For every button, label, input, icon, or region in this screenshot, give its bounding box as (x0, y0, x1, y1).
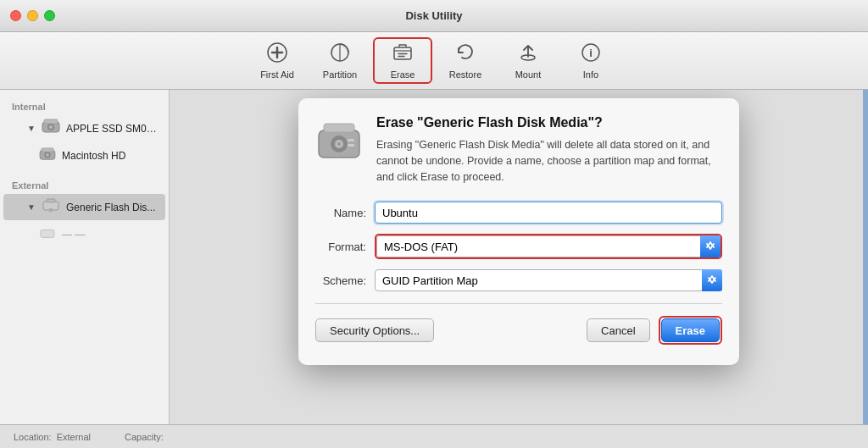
toolbar-restore[interactable]: Restore (436, 37, 495, 84)
usb-icon (42, 197, 60, 217)
toolbar: First Aid Partition Erase (0, 32, 868, 90)
capacity-label: Capacity: (125, 432, 164, 442)
svg-rect-19 (44, 119, 58, 124)
dialog-title-area: Erase "Generic Flash Disk Media"? Erasin… (376, 115, 722, 185)
toolbar-partition[interactable]: Partition (310, 37, 370, 84)
maximize-button[interactable] (44, 10, 55, 21)
dialog-overlay: Erase "Generic Flash Disk Media"? Erasin… (170, 90, 868, 424)
erase-button-wrapper: Erase (659, 316, 722, 345)
hdd-icon (42, 119, 60, 138)
svg-point-31 (337, 142, 341, 146)
main-area: Internal ▼ APPLE SSD SM02... (0, 90, 868, 424)
svg-rect-32 (324, 124, 354, 132)
toolbar-erase[interactable]: Erase (373, 37, 432, 84)
cancel-button[interactable]: Cancel (587, 318, 649, 342)
sidebar-item-macintosh-hd[interactable]: Macintosh HD (3, 142, 165, 169)
name-label: Name: (315, 207, 375, 219)
toolbar-first-aid[interactable]: First Aid (248, 37, 307, 84)
restore-label: Restore (449, 69, 482, 80)
security-options-button[interactable]: Security Options... (315, 318, 434, 342)
name-input[interactable] (375, 202, 722, 224)
minimize-button[interactable] (27, 10, 38, 21)
macintosh-hd-label: Macintosh HD (62, 150, 157, 162)
close-button[interactable] (10, 10, 21, 21)
footer-capacity: Capacity: (125, 432, 164, 442)
erase-icon (392, 41, 414, 67)
erase-button[interactable]: Erase (661, 318, 720, 342)
scheme-label: Scheme: (315, 274, 375, 287)
footer-bar: Location: External Capacity: (0, 424, 868, 448)
scheme-select[interactable]: GUID Partition Map Master Boot Record Ap… (375, 269, 722, 291)
erase-dialog: Erase "Generic Flash Disk Media"? Erasin… (298, 98, 739, 365)
location-value: External (57, 432, 91, 442)
format-label: Format: (315, 241, 375, 253)
dialog-description: Erasing "Generic Flash Disk Media" will … (376, 137, 722, 185)
svg-rect-34 (348, 144, 354, 147)
footer-location: Location: External (14, 432, 91, 442)
sidebar-section-internal: Internal (0, 97, 169, 114)
sidebar-section-external: External (0, 175, 169, 193)
generic-flash-label: Generic Flash Dis... (66, 202, 157, 213)
content-area: APPUALS (170, 90, 868, 424)
dialog-header: Erase "Generic Flash Disk Media"? Erasin… (298, 98, 739, 193)
hdd-sub-icon (39, 146, 56, 165)
titlebar: Disk Utility (0, 0, 868, 32)
mount-label: Mount (515, 69, 542, 80)
name-row: Name: (315, 202, 722, 224)
sidebar-item-flash-sub[interactable]: — — (3, 221, 165, 247)
dialog-footer: Security Options... Cancel Erase (315, 316, 722, 348)
toolbar-info[interactable]: i Info (561, 37, 620, 84)
partition-label: Partition (323, 69, 357, 80)
svg-point-22 (46, 153, 49, 157)
expand-icon2: ▼ (27, 202, 36, 212)
svg-point-18 (49, 125, 53, 129)
window-title: Disk Utility (405, 9, 462, 22)
svg-rect-27 (41, 230, 54, 237)
scheme-row: Scheme: GUID Partition Map Master Boot R… (315, 269, 722, 291)
toolbar-mount[interactable]: Mount (498, 37, 558, 84)
expand-icon: ▼ (27, 124, 36, 133)
svg-rect-26 (49, 208, 53, 212)
format-select[interactable]: MS-DOS (FAT) Mac OS Extended (Journaled)… (376, 235, 721, 257)
svg-rect-23 (42, 148, 53, 152)
format-select-wrapper: MS-DOS (FAT) Mac OS Extended (Journaled)… (375, 234, 722, 259)
info-icon: i (580, 41, 602, 67)
dialog-divider (315, 303, 722, 304)
dialog-body: Name: Format: MS-DOS (FAT) Mac OS Extend… (298, 193, 739, 365)
flash-sub-label: — — (62, 229, 157, 241)
flash-sub-icon (39, 224, 56, 244)
sidebar-item-generic-flash[interactable]: ▼ Generic Flash Dis... (3, 194, 165, 220)
format-row: Format: MS-DOS (FAT) Mac OS Extended (Jo… (315, 234, 722, 259)
partition-icon (329, 41, 351, 67)
svg-text:i: i (589, 47, 593, 59)
scheme-select-wrapper: GUID Partition Map Master Boot Record Ap… (375, 269, 722, 291)
erase-label: Erase (391, 69, 415, 80)
mount-icon (517, 41, 539, 67)
dialog-title: Erase "Generic Flash Disk Media"? (376, 115, 722, 130)
sidebar: Internal ▼ APPLE SSD SM02... (0, 90, 170, 424)
restore-icon (454, 41, 476, 67)
dialog-disk-icon (315, 119, 363, 175)
first-aid-label: First Aid (260, 69, 294, 80)
traffic-lights (10, 10, 55, 21)
apple-ssd-label: APPLE SSD SM02... (66, 123, 157, 135)
svg-rect-33 (348, 139, 354, 141)
first-aid-icon (266, 41, 288, 67)
sidebar-item-apple-ssd[interactable]: ▼ APPLE SSD SM02... (3, 115, 165, 141)
location-label: Location: (14, 432, 52, 442)
svg-rect-25 (47, 199, 55, 202)
info-label: Info (583, 69, 598, 80)
